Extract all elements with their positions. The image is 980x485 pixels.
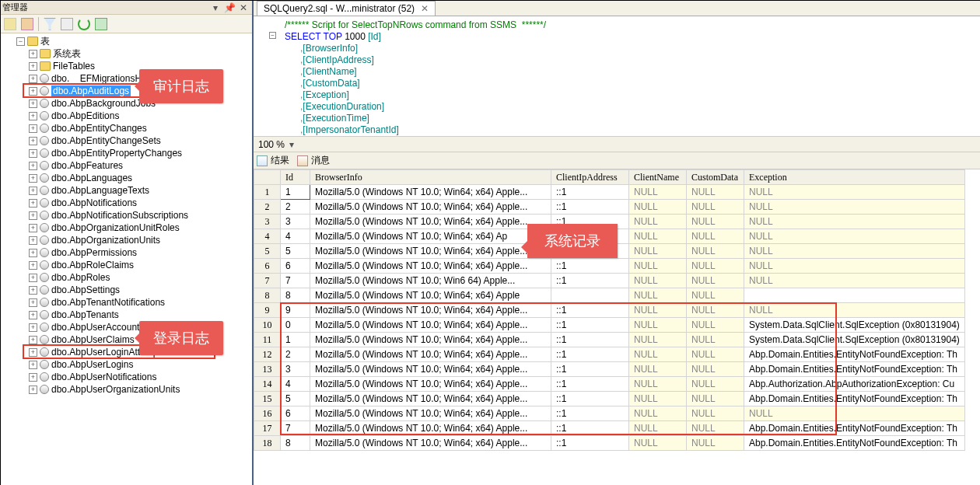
table-row[interactable]: 144Mozilla/5.0 (Windows NT 10.0; Win64; … [254, 377, 965, 392]
table-row[interactable]: 166Mozilla/5.0 (Windows NT 10.0; Win64; … [254, 406, 965, 421]
tree-toggle[interactable]: + [29, 199, 37, 208]
tree-toggle[interactable]: + [29, 298, 37, 307]
table-icon [40, 236, 49, 245]
table-row[interactable]: 11Mozilla/5.0 (Windows NT 10.0; Win64; x… [254, 185, 965, 200]
tree-toggle[interactable]: + [29, 50, 37, 58]
col-header[interactable]: Id [281, 170, 310, 185]
tree-node[interactable]: +系统表 [1, 47, 252, 60]
tree-toggle[interactable]: − [16, 37, 25, 46]
table-icon [40, 198, 49, 208]
table-row[interactable]: 77Mozilla/5.0 (Windows NT 10.0; Win6 64)… [254, 274, 965, 288]
disconnect-icon[interactable] [21, 18, 33, 30]
script-icon[interactable] [95, 18, 107, 30]
tree-toggle[interactable]: + [29, 323, 37, 332]
tree-toggle[interactable]: + [29, 249, 37, 257]
chevron-down-icon[interactable]: ▾ [289, 139, 294, 150]
tree-toggle[interactable]: + [29, 311, 37, 319]
table-row[interactable]: 177Mozilla/5.0 (Windows NT 10.0; Win64; … [254, 421, 965, 436]
table-row[interactable]: 66Mozilla/5.0 (Windows NT 10.0; Win64; x… [254, 259, 965, 274]
tree-node[interactable]: +dbo.AbpRoles [1, 271, 252, 284]
connect-icon[interactable] [4, 18, 16, 30]
tree-toggle[interactable]: + [29, 187, 37, 195]
tree-node[interactable]: +dbo.AbpEntityChanges [1, 122, 252, 134]
table-row[interactable]: 188Mozilla/5.0 (Windows NT 10.0; Win64; … [254, 436, 965, 451]
dropdown-icon[interactable]: ▾ [208, 2, 222, 13]
tree-toggle[interactable]: + [29, 149, 37, 158]
tree-toggle[interactable]: + [29, 386, 37, 394]
tree-node[interactable]: +dbo.AbpEntityChangeSets [1, 134, 252, 147]
tree-node[interactable]: −表 [1, 35, 252, 47]
sql-editor[interactable]: − /****** Script for SelectTopNRows comm… [254, 16, 980, 137]
table-row[interactable]: 111Mozilla/5.0 (Windows NT 10.0; Win64; … [254, 333, 965, 347]
tab-messages[interactable]: 消息 [297, 154, 330, 167]
tree-toggle[interactable]: + [29, 75, 37, 83]
table-row[interactable]: 99Mozilla/5.0 (Windows NT 10.0; Win64; x… [254, 303, 965, 318]
close-icon[interactable]: ✕ [421, 3, 429, 14]
tree-label: dbo.AbpEntityPropertyChanges [51, 148, 182, 159]
tree-toggle[interactable]: + [29, 286, 37, 295]
tree-toggle[interactable]: + [29, 361, 37, 369]
tree-toggle[interactable]: + [29, 373, 37, 382]
tree-toggle[interactable]: + [29, 112, 37, 120]
tree-node[interactable]: +dbo.AbpFeatures [1, 159, 252, 172]
fold-toggle[interactable]: − [269, 32, 276, 39]
tree-toggle[interactable]: + [29, 211, 37, 220]
table-row[interactable]: 22Mozilla/5.0 (Windows NT 10.0; Win64; x… [254, 200, 965, 215]
col-header[interactable]: ClientName [629, 170, 687, 185]
tree-toggle[interactable]: + [29, 348, 37, 357]
tree-toggle[interactable]: + [29, 137, 37, 145]
editor-tab-bar: SQLQuery2.sql - W...ministrator (52) ✕ [254, 1, 980, 16]
col-header[interactable]: Exception [744, 170, 965, 185]
tree-node[interactable]: +dbo.AbpOrganizationUnitRoles [1, 222, 252, 234]
tree-node[interactable]: +dbo.AbpEditions [1, 110, 252, 122]
tree-toggle[interactable]: + [29, 224, 37, 232]
object-tree[interactable]: 审计日志 登录日志 −表+系统表+FileTables+dbo.__EFMigr… [1, 33, 252, 485]
col-header[interactable] [254, 170, 281, 185]
table-icon [40, 161, 49, 170]
tree-node[interactable]: +dbo.AbpNotificationSubscriptions [1, 209, 252, 222]
tree-node[interactable]: +dbo.AbpUserLogins [1, 358, 252, 371]
col-header[interactable]: ClientIpAddress [551, 170, 629, 185]
table-row[interactable]: 133Mozilla/5.0 (Windows NT 10.0; Win64; … [254, 362, 965, 377]
tree-toggle[interactable]: + [29, 99, 37, 108]
tree-node[interactable]: +dbo.AbpLanguages [1, 172, 252, 184]
table-row[interactable]: 155Mozilla/5.0 (Windows NT 10.0; Win64; … [254, 392, 965, 406]
pin-icon[interactable]: 📌 [222, 2, 236, 13]
table-row[interactable]: 100Mozilla/5.0 (Windows NT 10.0; Win64; … [254, 318, 965, 333]
tree-node[interactable]: +dbo.AbpUserNotifications [1, 371, 252, 383]
table-row[interactable]: 88Mozilla/5.0 (Windows NT 10.0; Win64; x… [254, 288, 965, 303]
tree-node[interactable]: +dbo.AbpSettings [1, 284, 252, 296]
tree-node[interactable]: +dbo.AbpOrganizationUnits [1, 234, 252, 246]
col-header[interactable]: CustomData [687, 170, 744, 185]
zoom-value[interactable]: 100 % [258, 139, 285, 150]
tree-toggle[interactable]: + [29, 124, 37, 133]
results-grid[interactable]: IdBrowserInfoClientIpAddressClientNameCu… [254, 169, 965, 451]
tree-toggle[interactable]: + [29, 174, 37, 183]
tree-node[interactable]: +dbo.AbpTenants [1, 309, 252, 321]
tree-toggle[interactable]: + [29, 261, 37, 270]
tree-node[interactable]: +dbo.AbpUserOrganizationUnits [1, 383, 252, 396]
tab-label: SQLQuery2.sql - W...ministrator (52) [264, 3, 415, 14]
tab-results[interactable]: 结果 [257, 154, 289, 167]
tree-toggle[interactable]: + [29, 87, 37, 96]
results-grid-wrap[interactable]: IdBrowserInfoClientIpAddressClientNameCu… [254, 169, 980, 485]
nofilter-icon[interactable] [61, 18, 73, 30]
tree-node[interactable]: +dbo.AbpRoleClaims [1, 259, 252, 271]
tree-toggle[interactable]: + [29, 274, 37, 282]
col-header[interactable]: BrowserInfo [310, 170, 551, 185]
tree-toggle[interactable]: + [29, 62, 37, 71]
tree-toggle[interactable]: + [29, 236, 37, 245]
editor-tab[interactable]: SQLQuery2.sql - W...ministrator (52) ✕ [257, 1, 436, 16]
filter-icon[interactable] [44, 18, 56, 30]
tree-node[interactable]: +dbo.AbpLanguageTexts [1, 184, 252, 197]
tree-label: FileTables [53, 61, 95, 72]
tree-node[interactable]: +dbo.AbpPermissions [1, 246, 252, 259]
tree-node[interactable]: +dbo.AbpTenantNotifications [1, 296, 252, 309]
tree-toggle[interactable]: + [29, 162, 37, 170]
refresh-icon[interactable] [78, 18, 90, 30]
tree-node[interactable]: +dbo.AbpEntityPropertyChanges [1, 147, 252, 159]
tree-node[interactable]: +dbo.AbpNotifications [1, 197, 252, 209]
close-icon[interactable]: ✕ [236, 2, 250, 13]
table-row[interactable]: 122Mozilla/5.0 (Windows NT 10.0; Win64; … [254, 347, 965, 362]
tree-toggle[interactable]: + [29, 336, 37, 344]
